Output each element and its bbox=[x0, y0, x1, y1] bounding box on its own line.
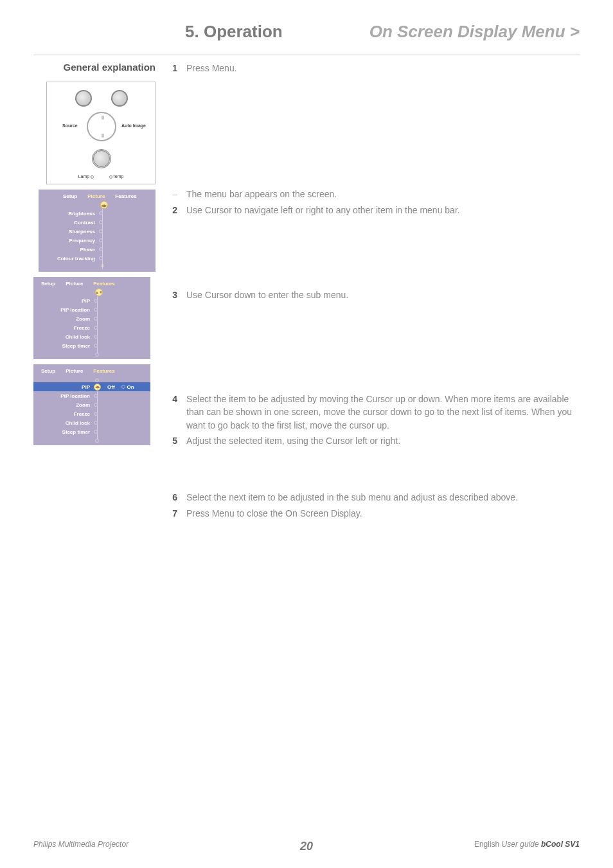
remote-diagram: Source Auto Image Lamp Temp bbox=[46, 82, 155, 184]
page-footer: Philips Multimedia Projector 20 English … bbox=[33, 840, 580, 849]
osd-item: Phase bbox=[41, 247, 99, 252]
osd-item: Zoom bbox=[36, 316, 94, 322]
osd-item: PIP location bbox=[36, 307, 94, 313]
osd-item: Sharpness bbox=[41, 229, 99, 235]
osd-option: Off bbox=[107, 384, 115, 390]
osd-menu-features-select: Setup Picture Features PIP ◀▶ Off On bbox=[33, 364, 150, 445]
step-5: 5 Adjust the selected item, using the Cu… bbox=[167, 434, 580, 447]
osd-tab-active: Picture bbox=[82, 191, 110, 200]
osd-option: On bbox=[127, 384, 134, 390]
scroll-icon: ≡ bbox=[100, 263, 105, 269]
step-7: 7 Press Menu to close the On Screen Disp… bbox=[167, 507, 580, 520]
osd-item-selected: PIP ◀▶ Off On bbox=[33, 382, 150, 391]
osd-item: Colour tracking bbox=[41, 256, 99, 261]
step-2: 2 Use Cursor to navigate left or right t… bbox=[167, 204, 580, 217]
remote-knob bbox=[111, 90, 128, 107]
power-knob bbox=[92, 149, 111, 168]
subheading: General explanation bbox=[33, 62, 155, 73]
cursor-icon: ◀▶ bbox=[100, 201, 108, 209]
step-1: 1 Press Menu. bbox=[167, 62, 580, 75]
osd-item: Frequency bbox=[41, 238, 99, 244]
osd-menu-picture: Setup Picture Features ◀▶ Brightness Con… bbox=[39, 190, 155, 272]
osd-tab: Features bbox=[110, 191, 141, 200]
osd-item: Child lock bbox=[36, 334, 94, 340]
osd-item: Freeze bbox=[36, 411, 94, 417]
step-dash: – The menu bar appears on the screen. bbox=[167, 188, 580, 200]
osd-item: Contrast bbox=[41, 220, 99, 226]
osd-tab-active: Features bbox=[88, 366, 120, 375]
osd-tab: Setup bbox=[36, 366, 60, 375]
cursor-icon: ▲▼ bbox=[95, 288, 103, 296]
osd-menu-features: Setup Picture Features ▲▼ PIP PIP locati… bbox=[33, 277, 150, 359]
footer-left: Philips Multimedia Projector bbox=[33, 840, 129, 849]
osd-tab: Setup bbox=[36, 278, 60, 288]
section-title: 5. Operation bbox=[185, 22, 283, 42]
osd-item: Sleep timer bbox=[36, 343, 94, 349]
dpad-icon bbox=[87, 112, 116, 141]
osd-item: Child lock bbox=[36, 420, 94, 426]
osd-tab: Setup bbox=[58, 191, 82, 200]
osd-item: Freeze bbox=[36, 325, 94, 331]
footer-right: English User guide bCool SV1 bbox=[474, 840, 580, 849]
osd-tab: Picture bbox=[60, 278, 88, 288]
divider bbox=[33, 55, 580, 55]
step-4: 4 Select the item to be adjusted by movi… bbox=[167, 393, 580, 432]
osd-item: PIP bbox=[36, 298, 94, 304]
osd-item: Brightness bbox=[41, 211, 99, 217]
autoimage-label: Auto Image bbox=[121, 123, 146, 128]
osd-item: PIP location bbox=[36, 393, 94, 399]
page-number: 20 bbox=[300, 840, 313, 853]
step-6: 6 Select the next item to be adjusted in… bbox=[167, 491, 580, 504]
remote-knob bbox=[75, 90, 92, 107]
source-label: Source bbox=[62, 123, 78, 128]
osd-tab-active: Features bbox=[88, 278, 120, 288]
osd-item: Zoom bbox=[36, 402, 94, 408]
lamp-label: Lamp bbox=[78, 174, 94, 179]
osd-item: Sleep timer bbox=[36, 429, 94, 435]
osd-tab: Picture bbox=[60, 366, 88, 375]
breadcrumb: On Screen Display Menu > bbox=[369, 22, 580, 42]
step-3: 3 Use Cursor down to enter the sub menu. bbox=[167, 288, 580, 301]
temp-label: Temp bbox=[108, 174, 123, 179]
